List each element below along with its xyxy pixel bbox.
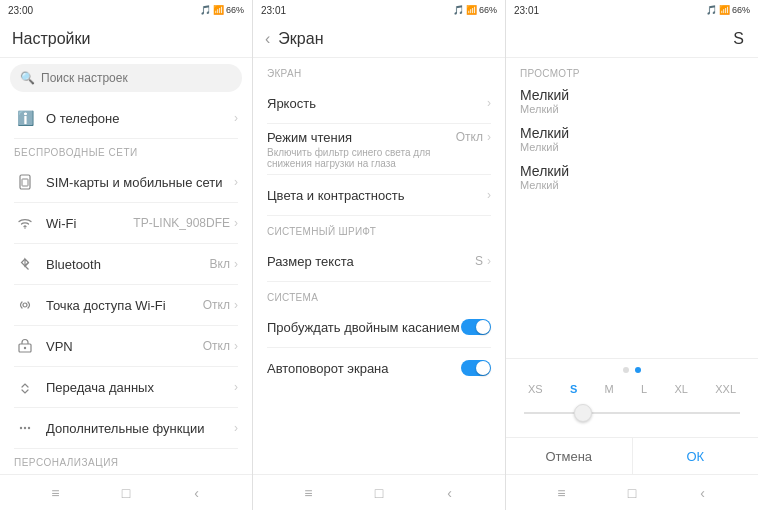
nav-back-right[interactable]: ‹: [688, 478, 718, 508]
rotate-toggle[interactable]: [461, 360, 491, 376]
size-selector: XS S M L XL XXL: [506, 358, 758, 437]
vpn-value: Откл: [203, 339, 230, 353]
nav-menu-middle[interactable]: ≡: [293, 478, 323, 508]
bottom-nav-right: ≡ □ ‹: [506, 474, 758, 510]
bluetooth-icon: [14, 253, 36, 275]
search-bar[interactable]: 🔍: [10, 64, 242, 92]
hotspot-icon: [14, 294, 36, 316]
size-xs[interactable]: XS: [524, 381, 547, 397]
menu-item-colors[interactable]: Цвета и контрастность ›: [253, 175, 505, 215]
extra-label: Дополнительные функции: [46, 421, 234, 436]
about-label: О телефоне: [46, 111, 234, 126]
data-icon: [14, 376, 36, 398]
font-group-label: СИСТЕМНЫЙ ШРИФТ: [253, 216, 505, 241]
nav-back-left[interactable]: ‹: [182, 478, 212, 508]
chevron-colors: ›: [487, 188, 491, 202]
preview-section: ПРОСМОТР Мелкий Мелкий Мелкий Мелкий Мел…: [506, 58, 758, 358]
left-panel-title: Настройки: [12, 30, 90, 48]
reading-value: Откл: [456, 130, 483, 144]
menu-item-data[interactable]: Передача данных ›: [0, 367, 252, 407]
reading-title: Режим чтения: [267, 130, 352, 145]
size-xl[interactable]: XL: [670, 381, 691, 397]
search-input[interactable]: [41, 71, 232, 85]
sim-label: SIM-карты и мобильные сети: [46, 175, 234, 190]
menu-item-display[interactable]: Экран ›: [0, 472, 252, 474]
menu-item-vpn[interactable]: VPN Откл ›: [0, 326, 252, 366]
preview-label: ПРОСМОТР: [520, 68, 744, 79]
menu-item-hotspot[interactable]: Точка доступа Wi-Fi Откл ›: [0, 285, 252, 325]
size-l[interactable]: L: [637, 381, 651, 397]
svg-point-6: [20, 427, 22, 429]
status-icons-left: 🎵 📶 66%: [200, 5, 244, 15]
nav-menu-right[interactable]: ≡: [546, 478, 576, 508]
middle-panel-header: ‹ Экран: [253, 20, 505, 58]
nav-back-middle[interactable]: ‹: [435, 478, 465, 508]
svg-point-5: [24, 347, 26, 349]
chevron-extra: ›: [234, 421, 238, 435]
size-slider-track[interactable]: [520, 401, 744, 425]
menu-item-rotate[interactable]: Автоповорот экрана: [253, 348, 505, 388]
size-m[interactable]: M: [601, 381, 618, 397]
ok-button[interactable]: ОК: [633, 438, 759, 474]
preview-sub-1: Мелкий: [520, 103, 744, 115]
status-bar-left: 23:00 🎵 📶 66%: [0, 0, 252, 20]
menu-item-textsize[interactable]: Размер текста S ›: [253, 241, 505, 281]
nav-home-right[interactable]: □: [617, 478, 647, 508]
doubletap-toggle[interactable]: [461, 319, 491, 335]
nav-menu-left[interactable]: ≡: [40, 478, 70, 508]
vpn-icon: [14, 335, 36, 357]
preview-item-2: Мелкий Мелкий: [520, 125, 744, 153]
size-s[interactable]: S: [566, 381, 581, 397]
left-scroll: ℹ️ О телефоне › БЕСПРОВОДНЫЕ СЕТИ SIM-ка…: [0, 98, 252, 474]
chevron-vpn: ›: [234, 339, 238, 353]
menu-item-wifi[interactable]: Wi-Fi TP-LINK_908DFE ›: [0, 203, 252, 243]
hotspot-label: Точка доступа Wi-Fi: [46, 298, 203, 313]
bluetooth-label: Bluetooth: [46, 257, 210, 272]
preview-title-3: Мелкий: [520, 163, 744, 179]
screen-container: 23:00 🎵 📶 66% Настройки 🔍 ℹ️ О телефоне …: [0, 0, 758, 510]
menu-item-about[interactable]: ℹ️ О телефоне ›: [0, 98, 252, 138]
chevron-data: ›: [234, 380, 238, 394]
menu-item-reading[interactable]: Режим чтения Откл › Включить фильтр сине…: [253, 124, 505, 174]
textsize-value: S: [475, 254, 483, 268]
status-bar-right: 23:01 🎵 📶 66%: [506, 0, 758, 20]
menu-item-extra[interactable]: Дополнительные функции ›: [0, 408, 252, 448]
bottom-nav-left: ≡ □ ‹: [0, 474, 252, 510]
chevron-brightness: ›: [487, 96, 491, 110]
menu-item-bluetooth[interactable]: Bluetooth Вкл ›: [0, 244, 252, 284]
size-dots: [520, 367, 744, 373]
wifi-value: TP-LINK_908DFE: [133, 216, 230, 230]
sim-icon: [14, 171, 36, 193]
size-xxl[interactable]: XXL: [711, 381, 740, 397]
chevron-about: ›: [234, 111, 238, 125]
middle-panel-title: Экран: [278, 30, 323, 48]
svg-point-2: [24, 227, 26, 229]
nav-home-left[interactable]: □: [111, 478, 141, 508]
vpn-label: VPN: [46, 339, 203, 354]
data-label: Передача данных: [46, 380, 234, 395]
cancel-button[interactable]: Отмена: [506, 438, 633, 474]
right-panel: 23:01 🎵 📶 66% S ПРОСМОТР Мелкий Мелкий М…: [506, 0, 758, 510]
back-icon-middle[interactable]: ‹: [265, 30, 270, 48]
doubletap-label: Пробуждать двойным касанием: [267, 320, 461, 335]
status-bar-middle: 23:01 🎵 📶 66%: [253, 0, 505, 20]
system-group-label: СИСТЕМА: [253, 282, 505, 307]
slider-thumb[interactable]: [574, 404, 592, 422]
search-icon: 🔍: [20, 71, 35, 85]
preview-title-1: Мелкий: [520, 87, 744, 103]
chevron-reading: ›: [487, 130, 491, 144]
action-buttons: Отмена ОК: [506, 437, 758, 474]
status-time-left: 23:00: [8, 5, 33, 16]
nav-home-middle[interactable]: □: [364, 478, 394, 508]
chevron-sim: ›: [234, 175, 238, 189]
chevron-hotspot: ›: [234, 298, 238, 312]
bluetooth-value: Вкл: [210, 257, 230, 271]
menu-item-sim[interactable]: SIM-карты и мобильные сети ›: [0, 162, 252, 202]
right-panel-header: S: [506, 20, 758, 58]
reading-desc: Включить фильтр синего света для снижени…: [267, 147, 491, 169]
status-time-right: 23:01: [514, 5, 539, 16]
status-time-middle: 23:01: [261, 5, 286, 16]
menu-item-brightness[interactable]: Яркость ›: [253, 83, 505, 123]
menu-item-doubletap[interactable]: Пробуждать двойным касанием: [253, 307, 505, 347]
wifi-label: Wi-Fi: [46, 216, 133, 231]
